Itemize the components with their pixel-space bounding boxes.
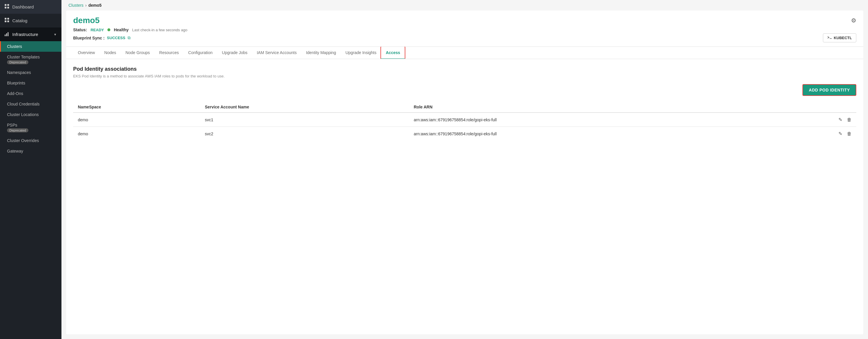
svg-rect-8	[5, 34, 6, 36]
cell-namespace: demo	[73, 112, 200, 127]
cell-role-arn: arn:aws:iam::679196758854:role/gopi-eks-…	[409, 112, 769, 127]
breadcrumb-separator: ›	[85, 3, 87, 8]
grid-icon	[5, 4, 9, 10]
sidebar-item-clusters[interactable]: Clusters	[0, 41, 61, 52]
chevron-down-icon: ▼	[54, 33, 57, 36]
cell-service-account: svc1	[200, 112, 409, 127]
svg-rect-9	[6, 33, 7, 36]
kubectl-label: KUBECTL	[834, 36, 852, 40]
health-label: Healthy	[114, 28, 129, 32]
sidebar: Dashboard Catalog Infrastructure ▼ Clust…	[0, 0, 61, 339]
kubectl-button[interactable]: KUBECTL	[823, 33, 856, 42]
svg-rect-4	[5, 18, 6, 20]
tab-nodes[interactable]: Nodes	[99, 47, 121, 59]
sidebar-item-cluster-overrides[interactable]: Cluster Overrides	[0, 135, 61, 146]
sidebar-item-cluster-locations[interactable]: Cluster Locations	[0, 109, 61, 120]
col-service-account: Service Account Name	[200, 102, 409, 112]
health-dot	[107, 28, 110, 31]
settings-icon[interactable]: ⚙	[851, 17, 856, 24]
delete-icon[interactable]: 🗑	[847, 131, 851, 136]
breadcrumb-current: demo5	[88, 3, 101, 8]
blueprint-label: Blueprint Sync :	[73, 36, 104, 40]
cell-namespace: demo	[73, 127, 200, 141]
sidebar-item-cloud-credentials[interactable]: Cloud Credentials	[0, 99, 61, 109]
add-pod-identity-button[interactable]: ADD POD IDENTITY	[802, 84, 856, 96]
tab-resources[interactable]: Resources	[155, 47, 184, 59]
pod-identity-title: Pod Identity associations	[73, 66, 856, 72]
pod-identity-section: Pod Identity associations EKS Pod Identi…	[66, 59, 863, 147]
main-content: Clusters › demo5 demo5 ⚙ Status: READY H…	[61, 0, 868, 339]
status-label: Status:	[73, 28, 87, 32]
breadcrumb-parent[interactable]: Clusters	[68, 3, 84, 8]
sidebar-item-namespaces[interactable]: Namespaces	[0, 67, 61, 78]
svg-rect-10	[8, 32, 8, 36]
external-link-icon[interactable]: ⧉	[128, 35, 130, 40]
tab-overview[interactable]: Overview	[73, 47, 99, 59]
svg-rect-3	[7, 7, 9, 8]
sidebar-item-dashboard[interactable]: Dashboard	[0, 0, 61, 14]
svg-rect-2	[5, 7, 6, 8]
edit-icon[interactable]: ✎	[838, 131, 842, 136]
tab-upgrade-insights[interactable]: Upgrade Insights	[341, 47, 381, 59]
pod-identity-toolbar: ADD POD IDENTITY	[73, 84, 856, 96]
tabs-bar: Overview Nodes Node Groups Resources Con…	[66, 47, 863, 59]
grid-icon-catalog	[5, 18, 9, 23]
breadcrumb: Clusters › demo5	[61, 0, 868, 10]
terminal-icon	[827, 35, 832, 40]
cell-service-account: svc2	[200, 127, 409, 141]
svg-rect-7	[7, 21, 9, 22]
col-namespace: NameSpace	[73, 102, 200, 112]
sidebar-item-gateway[interactable]: Gateway	[0, 146, 61, 156]
sidebar-item-psps[interactable]: PSPs Deprecated	[0, 120, 61, 135]
blueprint-left: Blueprint Sync : SUCCESS ⧉	[73, 35, 130, 40]
delete-icon[interactable]: 🗑	[847, 117, 851, 123]
svg-rect-1	[7, 4, 9, 6]
sidebar-item-label: Dashboard	[12, 4, 34, 9]
bar-icon	[5, 32, 9, 37]
svg-rect-6	[5, 21, 6, 22]
tab-node-groups[interactable]: Node Groups	[121, 47, 155, 59]
tab-access[interactable]: Access	[381, 47, 405, 59]
tab-iam-service-accounts[interactable]: IAM Service Accounts	[252, 47, 301, 59]
deprecated-badge: Deprecated	[7, 60, 28, 64]
sidebar-infra-label: Infrastructure	[12, 32, 38, 37]
sidebar-item-label: Catalog	[12, 18, 28, 23]
content-card: demo5 ⚙ Status: READY Healthy Last check…	[66, 10, 863, 334]
checkin-text: Last check-in a few seconds ago	[132, 28, 188, 32]
sidebar-item-cluster-templates[interactable]: Cluster Templates Deprecated	[0, 52, 61, 67]
cluster-header: demo5 ⚙	[66, 10, 863, 25]
pod-identity-desc: EKS Pod Identity is a method to associat…	[73, 74, 856, 78]
cluster-meta: Status: READY Healthy Last check-in a fe…	[66, 25, 863, 32]
col-actions	[769, 102, 856, 112]
pod-identity-table: NameSpace Service Account Name Role ARN …	[73, 102, 856, 141]
tab-upgrade-jobs[interactable]: Upgrade Jobs	[217, 47, 252, 59]
tab-identity-mapping[interactable]: Identity Mapping	[302, 47, 341, 59]
table-row: demo svc2 arn:aws:iam::679196758854:role…	[73, 127, 856, 141]
col-role-arn: Role ARN	[409, 102, 769, 112]
cell-actions: ✎ 🗑	[769, 112, 856, 127]
tab-configuration[interactable]: Configuration	[184, 47, 217, 59]
status-value: READY	[90, 28, 104, 32]
cluster-title: demo5	[73, 16, 99, 25]
table-row: demo svc1 arn:aws:iam::679196758854:role…	[73, 112, 856, 127]
edit-icon[interactable]: ✎	[838, 117, 842, 123]
svg-rect-5	[7, 18, 9, 20]
cell-actions: ✎ 🗑	[769, 127, 856, 141]
sidebar-item-infrastructure[interactable]: Infrastructure ▼	[0, 28, 61, 41]
sidebar-item-catalog[interactable]: Catalog	[0, 14, 61, 28]
blueprint-row: Blueprint Sync : SUCCESS ⧉ KUBECTL	[66, 32, 863, 46]
svg-rect-0	[5, 4, 6, 6]
deprecated-badge-psps: Deprecated	[7, 128, 28, 132]
blueprint-value[interactable]: SUCCESS	[107, 36, 125, 40]
cell-role-arn: arn:aws:iam::679196758854:role/gopi-eks-…	[409, 127, 769, 141]
sidebar-item-add-ons[interactable]: Add-Ons	[0, 88, 61, 99]
sidebar-item-blueprints[interactable]: Blueprints	[0, 78, 61, 88]
